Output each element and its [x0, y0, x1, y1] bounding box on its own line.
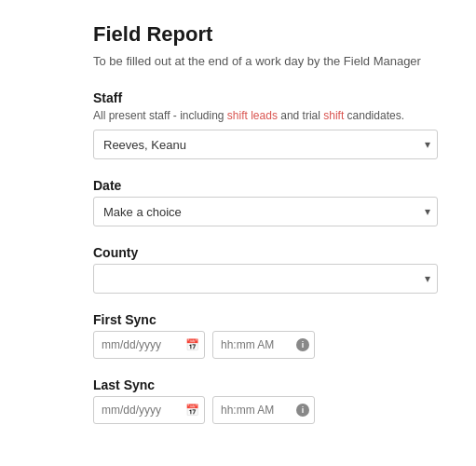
staff-label: Staff [93, 90, 439, 105]
last-sync-section: Last Sync 📅 i [93, 377, 439, 424]
hint-link1[interactable]: shift leads [227, 109, 278, 122]
last-sync-date-wrapper: 📅 [93, 396, 205, 424]
page-container: Field Report To be filled out at the end… [0, 0, 476, 466]
staff-select[interactable]: Reeves, Keanu [93, 130, 438, 159]
county-section: County ▾ [93, 245, 439, 294]
last-sync-time-wrapper: i [212, 396, 315, 424]
date-section: Date Make a choice ▾ [93, 178, 439, 226]
county-select[interactable] [93, 264, 438, 294]
date-select-wrapper: Make a choice ▾ [93, 197, 438, 226]
first-sync-date-input[interactable] [93, 331, 205, 359]
info-icon[interactable]: i [296, 338, 309, 351]
last-sync-row: 📅 i [93, 396, 439, 424]
staff-section: Staff All present staff - including shif… [93, 90, 439, 159]
hint-mid: and trial [278, 109, 323, 122]
date-select[interactable]: Make a choice [93, 197, 438, 226]
first-sync-section: First Sync 📅 i [93, 312, 439, 359]
page-title: Field Report [93, 22, 439, 47]
staff-hint: All present staff - including shift lead… [93, 109, 439, 122]
info-icon[interactable]: i [296, 404, 309, 417]
first-sync-time-wrapper: i [212, 331, 315, 359]
hint-pre: All present staff - including [93, 109, 227, 122]
hint-link2[interactable]: shift [323, 109, 344, 122]
page-subtitle: To be filled out at the end of a work da… [93, 54, 439, 68]
first-sync-label: First Sync [93, 312, 439, 327]
county-label: County [93, 245, 439, 260]
staff-select-wrapper: Reeves, Keanu ▾ [93, 130, 438, 159]
last-sync-date-input[interactable] [93, 396, 205, 424]
last-sync-label: Last Sync [93, 377, 439, 392]
hint-post: candidates. [344, 109, 404, 122]
county-select-wrapper: ▾ [93, 264, 438, 294]
first-sync-date-wrapper: 📅 [93, 331, 205, 359]
date-label: Date [93, 178, 439, 193]
first-sync-row: 📅 i [93, 331, 439, 359]
